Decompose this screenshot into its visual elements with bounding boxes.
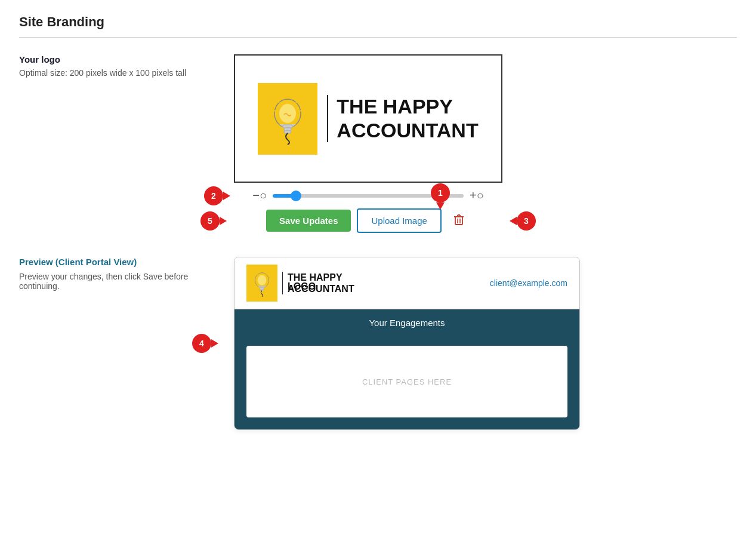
annotation-badge-5: 5 <box>200 211 227 231</box>
badge-5-arrow <box>220 217 227 225</box>
badge-5-circle: 5 <box>200 211 220 231</box>
portal-logo-area: THE HAPPY ACCOUNTANT Logo <box>246 265 354 302</box>
upload-image-button[interactable]: Upload Image <box>357 208 441 233</box>
svg-line-5 <box>296 100 298 103</box>
badge-4-circle: 4 <box>192 334 211 353</box>
upload-wrapper: 1 Upload Image <box>357 208 441 233</box>
badge-2-arrow <box>223 192 230 200</box>
svg-rect-1 <box>283 125 292 128</box>
portal-logo-text: THE HAPPY ACCOUNTANT Logo <box>282 272 354 294</box>
buttons-row: 5 Save Updates 1 Upload Image <box>234 208 502 233</box>
badge-3-circle: 3 <box>517 211 536 231</box>
badge-3-arrow <box>510 217 517 225</box>
portal-bulb-svg <box>251 269 273 297</box>
annotation-badge-4: 4 <box>192 334 218 353</box>
badge-2-circle: 2 <box>204 186 223 205</box>
logo-text-area: THE HAPPY ACCOUNTANT <box>327 95 478 142</box>
preview-hint: Preview your changes, then click Save be… <box>19 272 204 291</box>
logo-preview-box: THE HAPPY ACCOUNTANT <box>234 54 502 183</box>
svg-rect-18 <box>260 286 264 288</box>
logo-label-hint: Optimal size: 200 pixels wide x 100 pixe… <box>19 68 210 78</box>
svg-rect-19 <box>260 288 264 290</box>
logo-editor-area: THE HAPPY ACCOUNTANT 2 −○ +○ 5 Save Upd <box>234 54 502 233</box>
portal-nav-label: Your Engagements <box>369 318 445 328</box>
svg-point-24 <box>258 275 267 285</box>
badge-1-arrow <box>436 202 445 210</box>
portal-content-area: CLIENT PAGES HERE <box>234 336 579 429</box>
preview-portal: THE HAPPY ACCOUNTANT Logo client@example… <box>234 257 580 430</box>
svg-rect-3 <box>284 131 291 133</box>
zoom-row: 2 −○ +○ <box>234 189 502 202</box>
page-title: Site Branding <box>19 14 737 30</box>
svg-rect-10 <box>455 217 462 225</box>
svg-line-22 <box>266 273 267 275</box>
preview-section-label: Preview (Client Portal View) Preview you… <box>19 257 210 291</box>
svg-rect-2 <box>284 128 291 131</box>
portal-header: THE HAPPY ACCOUNTANT Logo client@example… <box>234 257 579 309</box>
portal-content-inner: CLIENT PAGES HERE <box>246 346 567 417</box>
logo-line2: ACCOUNTANT <box>337 119 478 142</box>
logo-section-label: Your logo Optimal size: 200 pixels wide … <box>19 54 210 78</box>
annotation-badge-2: 2 <box>204 186 230 205</box>
bulb-svg-icon <box>266 92 309 146</box>
logo-line1: THE HAPPY <box>337 95 478 118</box>
client-pages-placeholder: CLIENT PAGES HERE <box>362 377 452 386</box>
svg-line-6 <box>277 100 279 103</box>
delete-logo-button[interactable] <box>448 210 470 232</box>
trash-icon <box>452 213 465 226</box>
svg-rect-20 <box>260 290 264 291</box>
preview-heading: Preview (Client Portal View) <box>19 257 210 267</box>
annotation-badge-1: 1 <box>431 183 450 210</box>
zoom-in-icon[interactable]: +○ <box>470 189 484 202</box>
portal-nav-bar: Your Engagements <box>234 309 579 336</box>
section-divider <box>19 37 737 38</box>
portal-logo-overlay-text: Logo <box>288 281 316 292</box>
portal-bulb-image <box>246 265 277 302</box>
zoom-out-icon[interactable]: −○ <box>252 189 267 202</box>
annotation-badge-3: 3 <box>510 211 536 231</box>
logo-inner: THE HAPPY ACCOUNTANT <box>258 83 478 155</box>
logo-label-heading: Your logo <box>19 54 210 64</box>
badge-4-arrow <box>211 339 218 348</box>
portal-email: client@example.com <box>490 278 567 288</box>
preview-portal-wrapper: 4 <box>234 257 580 430</box>
svg-point-9 <box>279 104 296 123</box>
save-updates-button[interactable]: Save Updates <box>266 210 351 232</box>
logo-section: Your logo Optimal size: 200 pixels wide … <box>19 54 737 233</box>
preview-section: Preview (Client Portal View) Preview you… <box>19 257 737 430</box>
svg-line-23 <box>257 273 258 275</box>
logo-bulb-image <box>258 83 317 155</box>
badge-1-circle: 1 <box>431 183 450 202</box>
